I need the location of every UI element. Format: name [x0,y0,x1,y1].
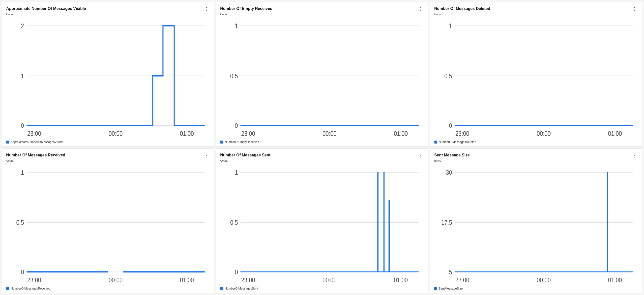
chart-ylabel: Count [434,13,638,16]
legend-label: NumberOfMessagesReceived [11,287,50,290]
svg-text:0: 0 [235,268,238,276]
svg-text:0: 0 [21,122,24,129]
chart-empty-receives: Number Of Empty Receives ⋮ Count 1 0.5 0… [216,2,428,146]
svg-text:1: 1 [235,22,238,30]
chart-area: 1 0.5 0 23:00 00:00 01:00 [434,16,638,139]
chart-header: Approximate Number Of Messages Visible ⋮ [6,6,210,12]
svg-text:23:00: 23:00 [455,130,469,137]
chart-legend: ApproximateNumberOfMessagesVisible [6,140,210,144]
svg-text:01:00: 01:00 [608,130,622,137]
chart-sent-message-size: Sent Message Size ⋮ Bytes 30 17.5 5 23:0… [430,148,642,293]
chart-ylabel: Count [220,13,424,16]
chart-ylabel: Count [220,159,424,162]
chart-area: 1 0.5 0 23:00 00:00 01:00 [220,16,424,139]
svg-text:23:00: 23:00 [27,276,41,284]
legend-label: ApproximateNumberOfMessagesVisible [11,140,64,144]
svg-text:17.5: 17.5 [441,219,452,226]
chart-legend: NumberOfMessagesDeleted [434,140,638,144]
svg-text:23:00: 23:00 [241,130,255,137]
svg-text:00:00: 00:00 [537,276,550,284]
chart-header: Number Of Messages Received ⋮ [6,153,210,158]
chart-approx-messages-visible: Approximate Number Of Messages Visible ⋮… [2,2,214,146]
chart-svg: 1 0.5 0 23:00 00:00 01:00 [220,16,424,139]
svg-text:5: 5 [449,268,452,276]
chart-area: 30 17.5 5 23:00 00:00 01:00 [434,163,638,285]
svg-text:00:00: 00:00 [323,276,337,284]
chart-ylabel: Bytes [434,159,638,162]
chart-messages-deleted: Number Of Messages Deleted ⋮ Count 1 0.5… [430,2,642,146]
chart-legend: NumberOfEmptyReceives [220,140,424,144]
chart-svg: 1 0.5 0 23:00 00:00 01:00 [434,16,638,139]
svg-text:0.5: 0.5 [230,72,238,80]
chart-legend: SentMessageSize [434,287,638,290]
chart-menu-icon[interactable]: ⋮ [203,153,210,158]
chart-svg: 1 0.5 0 23:00 00:00 01:00 [6,163,210,285]
legend-dot [220,140,223,144]
svg-text:00:00: 00:00 [108,130,122,137]
svg-text:1: 1 [21,72,24,80]
chart-area: 2 1 0 23:00 00:00 01:00 [6,16,210,139]
chart-area: 1 0.5 0 23:00 00:00 01:00 [6,163,210,285]
svg-text:1: 1 [235,168,238,176]
chart-legend: NumberOfMessagesSent [220,287,424,290]
svg-text:01:00: 01:00 [608,276,622,284]
legend-dot [434,287,437,290]
chart-ylabel: Count [6,159,210,162]
svg-text:00:00: 00:00 [323,130,337,137]
chart-menu-icon[interactable]: ⋮ [631,6,638,12]
chart-title: Number Of Messages Sent [220,153,270,158]
svg-text:23:00: 23:00 [27,130,41,137]
chart-menu-icon[interactable]: ⋮ [418,6,424,12]
chart-svg: 1 0.5 0 23:00 00:00 01:00 [220,163,424,285]
legend-label: NumberOfMessagesSent [224,287,258,290]
chart-title: Number Of Messages Deleted [434,6,490,11]
chart-title: Number Of Messages Received [6,153,65,158]
svg-text:0: 0 [21,268,24,276]
chart-area: 1 0.5 0 23:00 00:00 01:00 [220,163,424,285]
legend-dot [6,287,9,290]
legend-dot [6,140,9,144]
svg-text:00:00: 00:00 [108,276,122,284]
chart-messages-sent: Number Of Messages Sent ⋮ Count 1 0.5 0 … [216,148,428,293]
svg-text:2: 2 [21,22,24,30]
chart-header: Number Of Messages Deleted ⋮ [434,6,638,12]
chart-menu-icon[interactable]: ⋮ [631,153,638,158]
dashboard: Approximate Number Of Messages Visible ⋮… [0,0,644,295]
chart-header: Sent Message Size ⋮ [434,153,638,158]
chart-title: Number Of Empty Receives [220,6,272,11]
svg-text:1: 1 [449,22,452,30]
chart-title: Sent Message Size [434,153,470,158]
svg-text:1: 1 [21,168,24,176]
chart-svg: 2 1 0 23:00 00:00 01:00 [6,16,210,139]
svg-text:0.5: 0.5 [230,219,238,226]
chart-menu-icon[interactable]: ⋮ [418,153,424,158]
chart-menu-icon[interactable]: ⋮ [203,6,210,12]
svg-text:30: 30 [446,168,452,176]
chart-svg: 30 17.5 5 23:00 00:00 01:00 [434,163,638,285]
legend-label: NumberOfMessagesDeleted [439,140,476,144]
svg-text:01:00: 01:00 [180,130,194,137]
legend-label: SentMessageSize [439,287,463,290]
svg-text:01:00: 01:00 [394,276,408,284]
svg-text:00:00: 00:00 [537,130,550,137]
legend-dot [220,287,223,290]
chart-messages-received: Number Of Messages Received ⋮ Count 1 0.… [2,148,214,293]
svg-text:23:00: 23:00 [455,276,469,284]
svg-text:0.5: 0.5 [16,219,24,226]
chart-title: Approximate Number Of Messages Visible [6,6,86,11]
svg-text:0: 0 [235,122,238,129]
svg-text:0.5: 0.5 [444,72,452,80]
svg-text:0: 0 [449,122,452,129]
legend-dot [434,140,437,144]
chart-header: Number Of Empty Receives ⋮ [220,6,424,12]
chart-ylabel: Count [6,13,210,16]
svg-text:23:00: 23:00 [241,276,255,284]
chart-header: Number Of Messages Sent ⋮ [220,153,424,158]
chart-legend: NumberOfMessagesReceived [6,287,210,290]
legend-label: NumberOfEmptyReceives [224,140,259,144]
svg-text:01:00: 01:00 [394,130,408,137]
svg-text:01:00: 01:00 [180,276,194,284]
